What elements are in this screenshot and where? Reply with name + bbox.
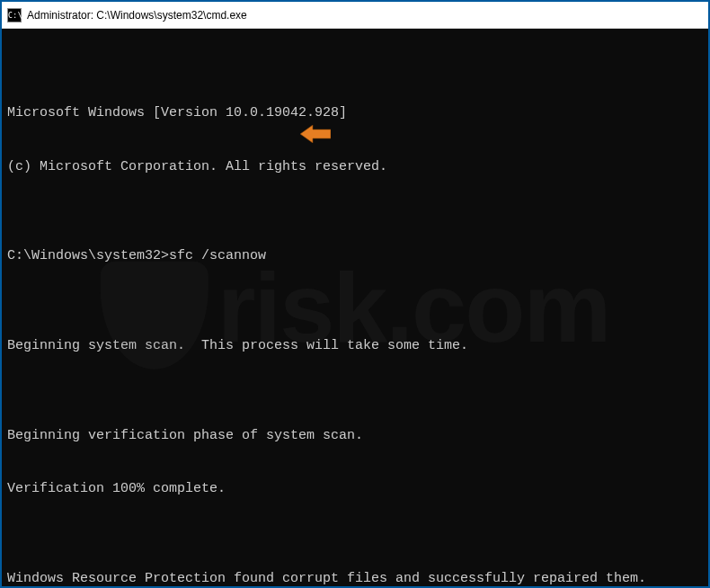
console-line: Verification 100% complete. <box>7 480 703 498</box>
console-line: C:\Windows\system32>sfc /scannow <box>7 247 703 265</box>
prompt: C:\Windows\system32> <box>7 248 169 263</box>
console-line: Beginning system scan. This process will… <box>7 337 703 355</box>
cmd-window: C:\. Administrator: C:\Windows\system32\… <box>0 0 710 588</box>
titlebar[interactable]: C:\. Administrator: C:\Windows\system32\… <box>2 2 708 29</box>
cmd-icon: C:\. <box>7 8 22 22</box>
console-line: Windows Resource Protection found corrup… <box>7 570 703 586</box>
typed-command: sfc /scannow <box>169 248 266 263</box>
console-line: Microsoft Windows [Version 10.0.19042.92… <box>7 104 703 122</box>
console-line: (c) Microsoft Corporation. All rights re… <box>7 158 703 176</box>
window-title: Administrator: C:\Windows\system32\cmd.e… <box>27 9 705 22</box>
console-area[interactable]: risk.com Microsoft Windows [Version 10.0… <box>2 29 708 586</box>
console-line: Beginning verification phase of system s… <box>7 427 703 445</box>
arrow-left-icon <box>300 125 331 143</box>
